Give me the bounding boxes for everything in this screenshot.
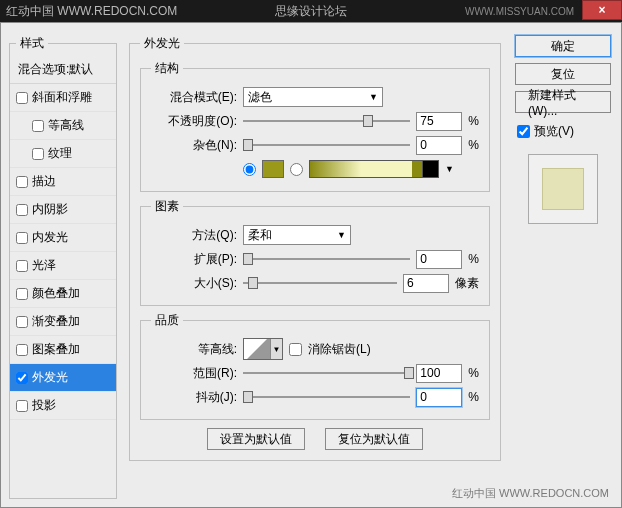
opacity-unit: %	[468, 114, 479, 128]
style-item-10[interactable]: 外发光	[10, 364, 116, 392]
default-buttons-row: 设置为默认值 复位为默认值	[140, 428, 490, 450]
titlebar-center-text: 思缘设计论坛	[275, 3, 347, 20]
styles-legend: 样式	[16, 35, 48, 52]
jitter-slider[interactable]	[243, 389, 410, 405]
range-label: 范围(R):	[151, 365, 237, 382]
style-label: 颜色叠加	[32, 285, 80, 302]
jitter-input[interactable]: 0	[416, 388, 462, 407]
footer-watermark: 红动中国 WWW.REDOCN.COM	[452, 486, 609, 501]
right-column: 确定 复位 新建样式(W)... 预览(V)	[515, 35, 611, 499]
structure-group: 结构 混合模式(E): 滤色 ▼ 不透明度(O): 75 % 杂色(N):	[140, 60, 490, 192]
new-style-button[interactable]: 新建样式(W)...	[515, 91, 611, 113]
style-label: 外发光	[32, 369, 68, 386]
style-item-3[interactable]: 描边	[10, 168, 116, 196]
blending-options-header[interactable]: 混合选项:默认	[10, 56, 116, 84]
chevron-down-icon[interactable]: ▼	[445, 164, 454, 174]
gradient-bar[interactable]	[309, 160, 439, 178]
cancel-button[interactable]: 复位	[515, 63, 611, 85]
style-checkbox[interactable]	[16, 176, 28, 188]
style-label: 图案叠加	[32, 341, 80, 358]
style-label: 光泽	[32, 257, 56, 274]
style-label: 描边	[32, 173, 56, 190]
style-checkbox[interactable]	[16, 232, 28, 244]
chevron-down-icon: ▼	[369, 92, 378, 102]
style-checkbox[interactable]	[16, 260, 28, 272]
style-item-11[interactable]: 投影	[10, 392, 116, 420]
structure-legend: 结构	[151, 60, 183, 77]
style-checkbox[interactable]	[16, 204, 28, 216]
preview-toggle[interactable]: 预览(V)	[515, 121, 611, 142]
chevron-down-icon: ▼	[337, 230, 346, 240]
preview-checkbox[interactable]	[517, 125, 530, 138]
method-value: 柔和	[248, 227, 272, 244]
blend-mode-select[interactable]: 滤色 ▼	[243, 87, 383, 107]
spread-input[interactable]: 0	[416, 250, 462, 269]
contour-picker[interactable]: ▼	[243, 338, 283, 360]
quality-legend: 品质	[151, 312, 183, 329]
color-radio[interactable]	[243, 163, 256, 176]
style-item-1[interactable]: 等高线	[10, 112, 116, 140]
style-label: 等高线	[48, 117, 84, 134]
ok-button[interactable]: 确定	[515, 35, 611, 57]
noise-label: 杂色(N):	[151, 137, 237, 154]
jitter-label: 抖动(J):	[151, 389, 237, 406]
style-label: 纹理	[48, 145, 72, 162]
reset-default-button[interactable]: 复位为默认值	[325, 428, 423, 450]
style-item-0[interactable]: 斜面和浮雕	[10, 84, 116, 112]
blend-mode-label: 混合模式(E):	[151, 89, 237, 106]
noise-unit: %	[468, 138, 479, 152]
style-label: 内发光	[32, 229, 68, 246]
preview-swatch	[542, 168, 584, 210]
range-input[interactable]: 100	[416, 364, 462, 383]
spread-slider[interactable]	[243, 251, 410, 267]
style-item-5[interactable]: 内发光	[10, 224, 116, 252]
spread-unit: %	[468, 252, 479, 266]
layer-style-dialog: 样式 混合选项:默认 斜面和浮雕等高线纹理描边内阴影内发光光泽颜色叠加渐变叠加图…	[0, 22, 622, 508]
styles-panel: 样式 混合选项:默认 斜面和浮雕等高线纹理描边内阴影内发光光泽颜色叠加渐变叠加图…	[9, 35, 117, 499]
antialias-label: 消除锯齿(L)	[308, 341, 371, 358]
size-unit: 像素	[455, 275, 479, 292]
style-checkbox[interactable]	[16, 372, 28, 384]
antialias-checkbox[interactable]	[289, 343, 302, 356]
chevron-down-icon: ▼	[270, 339, 282, 359]
outer-glow-group: 外发光 结构 混合模式(E): 滤色 ▼ 不透明度(O): 75 %	[129, 35, 501, 461]
style-checkbox[interactable]	[16, 92, 28, 104]
style-checkbox[interactable]	[16, 400, 28, 412]
method-select[interactable]: 柔和 ▼	[243, 225, 351, 245]
title-bar: 红动中国 WWW.REDOCN.COM 思缘设计论坛 WWW.MISSYUAN.…	[0, 0, 622, 22]
color-swatch[interactable]	[262, 160, 284, 178]
style-label: 投影	[32, 397, 56, 414]
style-label: 渐变叠加	[32, 313, 80, 330]
style-item-6[interactable]: 光泽	[10, 252, 116, 280]
size-input[interactable]: 6	[403, 274, 449, 293]
style-checkbox[interactable]	[16, 288, 28, 300]
size-slider[interactable]	[243, 275, 397, 291]
gradient-radio[interactable]	[290, 163, 303, 176]
style-checkbox[interactable]	[32, 148, 44, 160]
range-unit: %	[468, 366, 479, 380]
elements-legend: 图素	[151, 198, 183, 215]
style-item-8[interactable]: 渐变叠加	[10, 308, 116, 336]
styles-list: 混合选项:默认 斜面和浮雕等高线纹理描边内阴影内发光光泽颜色叠加渐变叠加图案叠加…	[10, 56, 116, 420]
style-item-9[interactable]: 图案叠加	[10, 336, 116, 364]
opacity-slider[interactable]	[243, 113, 410, 129]
contour-label: 等高线:	[151, 341, 237, 358]
style-item-2[interactable]: 纹理	[10, 140, 116, 168]
style-checkbox[interactable]	[32, 120, 44, 132]
preview-box	[528, 154, 598, 224]
style-checkbox[interactable]	[16, 344, 28, 356]
set-default-button[interactable]: 设置为默认值	[207, 428, 305, 450]
opacity-input[interactable]: 75	[416, 112, 462, 131]
style-label: 斜面和浮雕	[32, 89, 92, 106]
style-item-4[interactable]: 内阴影	[10, 196, 116, 224]
preview-label: 预览(V)	[534, 123, 574, 140]
close-button[interactable]: ×	[582, 0, 622, 20]
style-checkbox[interactable]	[16, 316, 28, 328]
style-item-7[interactable]: 颜色叠加	[10, 280, 116, 308]
range-slider[interactable]	[243, 365, 410, 381]
noise-slider[interactable]	[243, 137, 410, 153]
blend-mode-value: 滤色	[248, 89, 272, 106]
elements-group: 图素 方法(Q): 柔和 ▼ 扩展(P): 0 % 大小(S):	[140, 198, 490, 306]
jitter-unit: %	[468, 390, 479, 404]
noise-input[interactable]: 0	[416, 136, 462, 155]
